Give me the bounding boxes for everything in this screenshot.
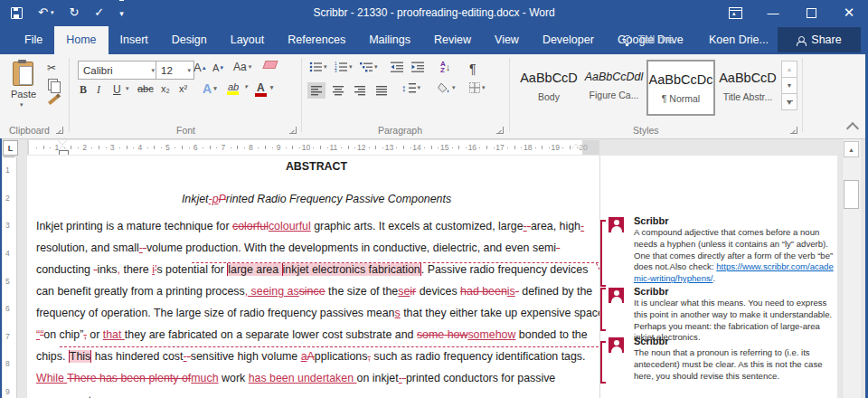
close-icon: ✕: [844, 5, 855, 21]
minimize-button[interactable]: —: [754, 0, 792, 25]
ribbon-tab-row: FileHomeInsertDesignLayoutReferencesMail…: [0, 25, 868, 54]
change-case-button[interactable]: Aa▾: [233, 61, 251, 73]
subscript-button[interactable]: x₂: [161, 83, 170, 94]
font-color-button[interactable]: A▾: [257, 81, 273, 94]
ruler-number: 8: [5, 359, 10, 368]
clear-formatting-button[interactable]: [264, 61, 277, 69]
tab-file[interactable]: File: [13, 26, 54, 54]
style-card-figure-caption[interactable]: AaBbCcDdl Figure Ca...: [581, 62, 646, 112]
align-left-button[interactable]: [307, 82, 326, 99]
share-button[interactable]: Share: [778, 27, 861, 52]
tab-stop-selector[interactable]: L: [3, 140, 18, 156]
style-card-body[interactable]: AaBbCcD Body: [516, 62, 581, 112]
underline-dropdown[interactable]: ▾: [124, 85, 129, 92]
inserted-text: much: [191, 372, 218, 384]
tab-references[interactable]: References: [276, 26, 357, 54]
ruler-dot: [369, 147, 370, 148]
bullets-button[interactable]: ▾: [309, 62, 327, 72]
strikethrough-button[interactable]: abc: [137, 83, 154, 94]
borders-button[interactable]: ▾: [469, 82, 486, 93]
ruler-number: 2: [5, 194, 10, 203]
numbering-button[interactable]: 123▾: [335, 62, 353, 72]
superscript-button[interactable]: x²: [179, 83, 187, 94]
ruler-number: 20: [579, 143, 587, 152]
comment-hyperlink[interactable]: https://www.scribbr.com/academic-writing…: [634, 261, 834, 283]
style-card-title-abstract[interactable]: AaBbCcD Title Abstr...: [715, 62, 780, 112]
clipboard-dialog-launcher[interactable]: [56, 127, 63, 134]
deleted-text: There has been plenty of: [67, 372, 191, 384]
show-paragraph-marks-button[interactable]: ¶: [469, 62, 476, 76]
shading-button[interactable]: ▾: [438, 82, 456, 93]
text-highlight-button[interactable]: ab▾: [228, 81, 248, 92]
tell-me-button[interactable]: Tell me: [623, 25, 674, 54]
styles-scroll-down-button[interactable]: ▼: [781, 77, 797, 94]
cut-button[interactable]: ✂: [47, 62, 56, 74]
shrink-font-button[interactable]: A▼: [212, 62, 224, 73]
comment-bracket: [600, 288, 606, 331]
maximize-button[interactable]: [792, 0, 830, 25]
account-user-button[interactable]: Koen Drie...: [709, 25, 769, 54]
underline-button[interactable]: U: [113, 83, 121, 96]
ribbon-display-options-button[interactable]: [716, 0, 754, 25]
copy-button[interactable]: [48, 79, 58, 90]
tab-developer[interactable]: Developer: [531, 26, 606, 54]
numbering-icon: 123: [335, 62, 347, 72]
tab-insert[interactable]: Insert: [108, 26, 160, 54]
multilevel-list-button[interactable]: ▾: [360, 62, 378, 72]
collapse-ribbon-button[interactable]: [848, 124, 857, 133]
decrease-indent-button[interactable]: [391, 62, 403, 72]
text-segment: Inkjet: [182, 193, 209, 205]
increase-indent-button[interactable]: [411, 62, 424, 72]
document-page[interactable]: ABSTRACT Inkjet-pPrinted Radio Frequency…: [27, 156, 599, 398]
ruler-number: 3: [110, 143, 115, 152]
text-segment: chips.: [36, 350, 69, 363]
format-painter-button[interactable]: [48, 99, 58, 102]
tab-design[interactable]: Design: [160, 26, 219, 54]
deleted-text: since: [299, 285, 326, 298]
ruler-tick: [486, 146, 487, 149]
tab-mailings[interactable]: Mailings: [357, 26, 422, 54]
ruler-number: 6: [5, 304, 10, 313]
bold-button[interactable]: B: [80, 83, 87, 97]
comment-anchor-highlight[interactable]: This: [69, 350, 91, 363]
scroll-up-button[interactable]: ▲: [844, 141, 859, 157]
horizontal-ruler[interactable]: 1234567891011121314151617181920: [27, 140, 599, 155]
comment-author: Scribbr: [634, 215, 669, 226]
align-center-button[interactable]: [329, 82, 347, 99]
vertical-ruler[interactable]: 123456789: [3, 157, 17, 398]
grow-font-button[interactable]: A▲: [193, 61, 207, 74]
style-name: ¶ Normal: [648, 93, 713, 104]
style-card-normal[interactable]: AaBbCcDc ¶ Normal: [646, 60, 715, 116]
tab-view[interactable]: View: [483, 26, 531, 54]
first-line-indent-marker[interactable]: [58, 140, 67, 145]
italic-button[interactable]: I: [97, 83, 100, 97]
left-indent-marker[interactable]: [59, 150, 69, 155]
font-size-select[interactable]: 12▾: [156, 61, 194, 80]
inserted-text: While: [36, 372, 67, 384]
paste-button[interactable]: Paste: [0, 89, 47, 100]
comment-anchor-highlight[interactable]: inkjet electronics fabrication: [282, 263, 421, 276]
vertical-scrollbar[interactable]: [842, 139, 861, 398]
styles-gallery-more-button[interactable]: ▼: [781, 93, 797, 110]
font-family-select[interactable]: Calibri▾: [78, 61, 158, 80]
tab-layout[interactable]: Layout: [219, 26, 277, 54]
close-button[interactable]: ✕: [830, 0, 868, 25]
paragraph-dialog-launcher[interactable]: [496, 127, 504, 134]
tab-review[interactable]: Review: [422, 26, 483, 54]
align-right-button[interactable]: [351, 82, 369, 99]
paste-dropdown-icon[interactable]: ▾: [20, 101, 24, 109]
styles-dialog-launcher[interactable]: [790, 127, 797, 134]
scrollbar-thumb[interactable]: [844, 180, 859, 209]
ruler-dot: [577, 147, 578, 148]
align-center-icon: [333, 86, 344, 96]
sort-button[interactable]: AZ↓: [440, 61, 450, 73]
comment-anchor-highlight[interactable]: large area: [227, 263, 281, 276]
line-spacing-button[interactable]: ↕ ▾: [401, 82, 420, 93]
justify-button[interactable]: [373, 82, 391, 99]
tab-home[interactable]: Home: [54, 26, 108, 54]
text-effects-button[interactable]: A▾: [203, 81, 217, 96]
text-segment: the size of the: [326, 285, 399, 298]
text-segment: on inkjet: [357, 372, 399, 384]
font-dialog-launcher[interactable]: [289, 127, 297, 134]
styles-scroll-up-button[interactable]: ▲: [781, 61, 797, 78]
